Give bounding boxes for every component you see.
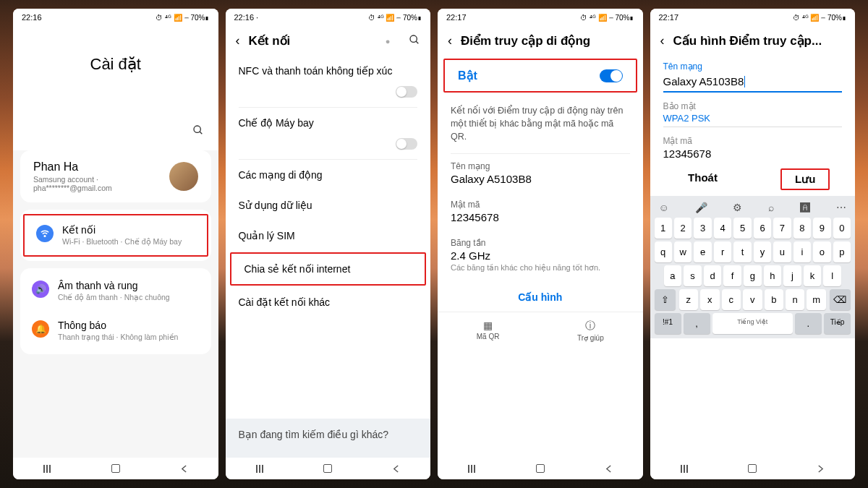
key-0[interactable]: 0	[833, 218, 851, 239]
row-share-connection[interactable]: Chia sẻ kết nối internet	[230, 252, 427, 286]
back-icon[interactable]: ‹	[448, 33, 452, 48]
key-3[interactable]: 3	[694, 218, 711, 239]
nav-recent[interactable]	[464, 463, 479, 474]
key-h[interactable]: h	[764, 265, 782, 286]
key-backspace[interactable]: ⌫	[830, 289, 851, 310]
field-band[interactable]: Băng tần 2.4 GHz Các băng tần khác cho h…	[438, 231, 643, 280]
key-y[interactable]: y	[754, 241, 771, 262]
key-r[interactable]: r	[714, 241, 731, 262]
row-nfc[interactable]: NFC và thanh toán không tiếp xúc	[226, 56, 431, 86]
settings-item-connections[interactable]: Kết nối Wi-Fi · Bluetooth · Chế độ Máy b…	[23, 214, 208, 257]
key-j[interactable]: j	[783, 265, 801, 286]
nav-back[interactable]	[814, 463, 828, 474]
key-n[interactable]: n	[786, 289, 804, 310]
kb-settings-icon[interactable]: ⚙	[733, 202, 742, 213]
hotspot-toggle-row[interactable]: Bật	[443, 59, 637, 93]
back-icon[interactable]: ‹	[236, 33, 240, 48]
settings-item-notifications[interactable]: 🔔 Thông báo Thanh trạng thái · Không làm…	[20, 311, 211, 351]
key-7[interactable]: 7	[773, 218, 791, 239]
key-w[interactable]: w	[674, 241, 692, 262]
nav-home[interactable]	[533, 463, 548, 474]
key-v[interactable]: v	[743, 289, 762, 310]
nav-recent[interactable]	[40, 463, 54, 474]
cancel-button[interactable]: Thoát	[675, 168, 731, 190]
key-9[interactable]: 9	[813, 218, 830, 239]
network-name-input[interactable]: Galaxy A5103B8	[663, 73, 843, 93]
key-shift[interactable]: ⇧	[655, 289, 676, 310]
toggle-on-icon[interactable]	[600, 69, 623, 82]
key-i[interactable]: i	[793, 241, 811, 262]
key-space[interactable]: Tiếng Việt	[712, 313, 793, 334]
row-nfc-toggle[interactable]	[226, 86, 431, 107]
avatar[interactable]	[169, 162, 198, 191]
nav-recent[interactable]	[677, 463, 692, 474]
field-network-name[interactable]: Tên mạng Galaxy A5103B8	[650, 56, 856, 95]
nav-home[interactable]	[109, 463, 123, 474]
nav-back[interactable]	[176, 463, 191, 474]
back-icon[interactable]: ‹	[660, 33, 665, 48]
key-s[interactable]: s	[684, 265, 702, 286]
save-button[interactable]: Lưu	[780, 168, 830, 190]
key-next[interactable]: Tiếp	[824, 313, 851, 334]
search-icon[interactable]	[13, 124, 218, 150]
kb-search-icon[interactable]: ⌕	[768, 202, 774, 213]
row-mobile-networks[interactable]: Các mạng di động	[226, 160, 431, 190]
qr-button[interactable]: ▦ Mã QR	[477, 320, 500, 342]
profile-card[interactable]: Phan Ha Samsung account · pha********@gm…	[20, 150, 211, 202]
key-l[interactable]: l	[823, 265, 841, 286]
toggle-off-icon[interactable]	[396, 138, 417, 150]
key-u[interactable]: u	[773, 241, 791, 262]
field-network-name[interactable]: Tên mạng Galaxy A5103B8	[438, 154, 643, 192]
key-t[interactable]: t	[733, 241, 751, 262]
kb-translate-icon[interactable]: 🅰	[800, 202, 810, 213]
key-6[interactable]: 6	[754, 218, 771, 239]
key-e[interactable]: e	[694, 241, 711, 262]
key-d[interactable]: d	[704, 265, 722, 286]
key-g[interactable]: g	[744, 265, 762, 286]
row-more-connections[interactable]: Cài đặt kết nối khác	[226, 287, 431, 317]
key-a[interactable]: a	[664, 265, 682, 286]
key-x[interactable]: x	[700, 289, 719, 310]
key-comma[interactable]: ,	[684, 313, 710, 334]
key-c[interactable]: c	[722, 289, 741, 310]
key-o[interactable]: o	[813, 241, 830, 262]
field-password[interactable]: Mật mã 12345678	[438, 192, 643, 231]
nav-home[interactable]	[745, 463, 760, 474]
kb-more-icon[interactable]: ⋯	[836, 202, 846, 213]
key-p[interactable]: p	[833, 241, 851, 262]
help-button[interactable]: ⓘ Trợ giúp	[577, 320, 604, 342]
kb-emoji-icon[interactable]: ☺	[659, 202, 669, 213]
configure-button[interactable]: Cấu hình	[438, 280, 643, 312]
key-z[interactable]: z	[679, 289, 698, 310]
profile-name: Phan Ha	[33, 160, 112, 174]
row-airplane[interactable]: Chế độ Máy bay	[226, 108, 431, 138]
key-b[interactable]: b	[765, 289, 783, 310]
key-k[interactable]: k	[804, 265, 822, 286]
nav-back[interactable]	[389, 463, 404, 474]
key-4[interactable]: 4	[714, 218, 731, 239]
key-f[interactable]: f	[723, 265, 741, 286]
row-airplane-toggle[interactable]	[226, 138, 431, 159]
toggle-off-icon[interactable]	[396, 86, 417, 98]
more-icon[interactable]: ●	[383, 37, 393, 46]
kb-mic-icon[interactable]: 🎤	[695, 202, 707, 213]
key-symbols[interactable]: !#1	[655, 313, 681, 334]
field-password[interactable]: Mật mã 12345678	[650, 130, 856, 163]
key-2[interactable]: 2	[674, 218, 692, 239]
key-period[interactable]: .	[795, 313, 822, 334]
key-5[interactable]: 5	[733, 218, 751, 239]
key-m[interactable]: m	[807, 289, 825, 310]
nav-home[interactable]	[320, 463, 335, 474]
row-data-usage[interactable]: Sử dụng dữ liệu	[226, 190, 431, 221]
search-icon[interactable]	[409, 34, 420, 48]
settings-item-sound[interactable]: 🔊 Âm thanh và rung Chế độ âm thanh · Nhạ…	[20, 271, 211, 311]
key-1[interactable]: 1	[655, 218, 672, 239]
qr-icon: ▦	[477, 320, 500, 331]
nav-recent[interactable]	[252, 463, 267, 474]
key-8[interactable]: 8	[793, 218, 811, 239]
field-security[interactable]: Bảo mật WPA2 PSK	[650, 95, 856, 130]
search-suggestion[interactable]: Bạn đang tìm kiếm điều gì khác?	[226, 419, 431, 458]
key-q[interactable]: q	[655, 241, 672, 262]
row-sim[interactable]: Quản lý SIM	[226, 221, 431, 251]
nav-back[interactable]	[601, 463, 616, 474]
